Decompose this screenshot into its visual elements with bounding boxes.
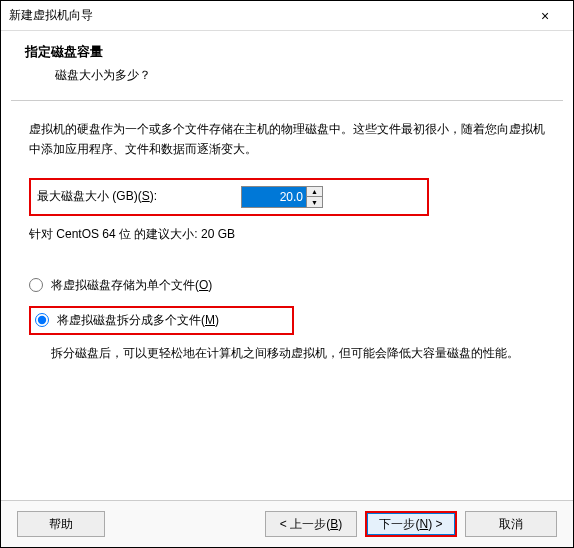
help-button[interactable]: 帮助 (17, 511, 105, 537)
close-icon: × (541, 8, 549, 24)
close-button[interactable]: × (525, 2, 565, 30)
back-button[interactable]: < 上一步(B) (265, 511, 357, 537)
disk-size-spinner[interactable]: ▲ ▼ (241, 186, 323, 208)
page-subtitle: 磁盘大小为多少？ (25, 67, 549, 84)
description-text: 虚拟机的硬盘作为一个或多个文件存储在主机的物理磁盘中。这些文件最初很小，随着您向… (29, 119, 545, 160)
window-title: 新建虚拟机向导 (9, 7, 525, 24)
radio-single-file-input[interactable] (29, 278, 43, 292)
spinner-up-icon[interactable]: ▲ (307, 187, 322, 198)
split-description: 拆分磁盘后，可以更轻松地在计算机之间移动虚拟机，但可能会降低大容量磁盘的性能。 (29, 343, 545, 363)
recommendation-text: 针对 CentOS 64 位 的建议大小: 20 GB (29, 226, 545, 243)
page-title: 指定磁盘容量 (25, 43, 549, 61)
footer: 帮助 < 上一步(B) 下一步(N) > 取消 (1, 500, 573, 547)
cancel-button[interactable]: 取消 (465, 511, 557, 537)
content-area: 虚拟机的硬盘作为一个或多个文件存储在主机的物理磁盘中。这些文件最初很小，随着您向… (1, 101, 573, 383)
radio-group: 将虚拟磁盘存储为单个文件(O) 将虚拟磁盘拆分成多个文件(M) 拆分磁盘后，可以… (29, 273, 545, 363)
titlebar: 新建虚拟机向导 × (1, 1, 573, 31)
radio-split-files-input[interactable] (35, 313, 49, 327)
disk-size-label: 最大磁盘大小 (GB)(S): (37, 188, 237, 205)
disk-size-input[interactable] (242, 187, 306, 207)
radio-split-files-label: 将虚拟磁盘拆分成多个文件(M) (57, 312, 219, 329)
wizard-header: 指定磁盘容量 磁盘大小为多少？ (1, 31, 573, 100)
radio-single-file-label: 将虚拟磁盘存储为单个文件(O) (51, 277, 212, 294)
spinner-down-icon[interactable]: ▼ (307, 197, 322, 207)
spinner-buttons: ▲ ▼ (306, 187, 322, 207)
radio-single-file[interactable]: 将虚拟磁盘存储为单个文件(O) (29, 273, 545, 298)
disk-size-row: 最大磁盘大小 (GB)(S): ▲ ▼ (29, 178, 429, 216)
radio-split-files[interactable]: 将虚拟磁盘拆分成多个文件(M) (29, 306, 294, 335)
next-button[interactable]: 下一步(N) > (365, 511, 457, 537)
